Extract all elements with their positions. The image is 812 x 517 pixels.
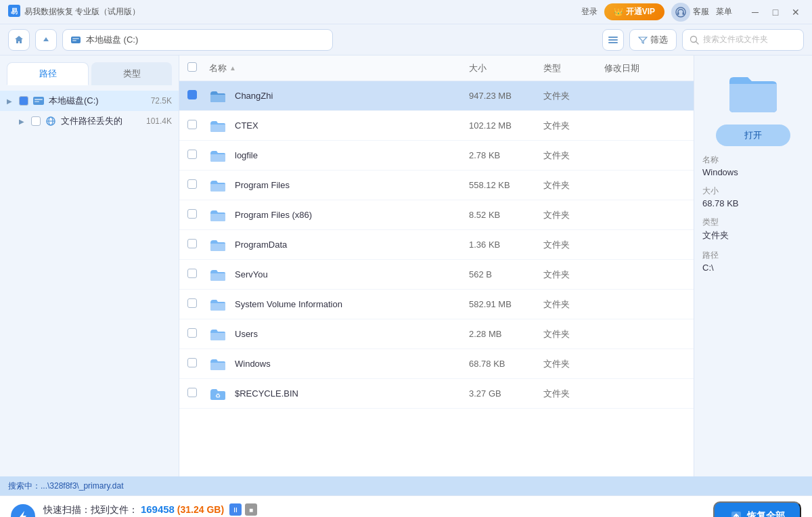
scan-found-label: 快速扫描：找到文件：	[43, 504, 138, 515]
svg-rect-6	[72, 38, 79, 39]
file-type-1: 文件夹	[543, 120, 604, 132]
file-size-2: 2.78 KB	[469, 150, 543, 160]
table-row[interactable]: ChangZhi 947.23 MB 文件夹	[179, 81, 694, 111]
sidebar-item-lost-path[interactable]: ▶ 文件路径丢失的 101.4K	[0, 111, 179, 131]
svg-rect-7	[72, 40, 76, 41]
row-check-9[interactable]	[187, 358, 197, 367]
menu-label[interactable]: 菜单	[716, 6, 732, 18]
scan-count: 169458	[141, 503, 175, 515]
file-size-10: 3.27 GB	[469, 388, 543, 399]
col-size-label: 大小	[469, 63, 487, 73]
row-check-3[interactable]	[187, 179, 197, 189]
table-row[interactable]: logfile 2.78 KB 文件夹	[179, 141, 694, 171]
table-row[interactable]: Users 2.28 MB 文件夹	[179, 319, 694, 349]
info-size-label: 大小	[702, 185, 804, 197]
open-button[interactable]: 打开	[716, 125, 790, 146]
table-row[interactable]: CTEX 102.12 MB 文件夹	[179, 111, 694, 141]
status-text: 搜索中：...\328f8f3\_primary.dat	[8, 480, 124, 492]
up-button[interactable]	[35, 29, 57, 51]
svg-line-12	[696, 41, 699, 44]
table-row[interactable]: Windows 68.78 KB 文件夹	[179, 349, 694, 379]
folder-icon	[209, 208, 227, 223]
info-section-type: 类型 文件夹	[702, 217, 804, 242]
table-row[interactable]: System Volume Information 582.91 MB 文件夹	[179, 290, 694, 319]
scan-info: 快速扫描：找到文件： 169458 (31.24 GB) ⏸ ■ 查找已删除文件…	[43, 503, 705, 518]
col-name-label: 名称	[209, 62, 227, 74]
table-row[interactable]: ♻ $RECYCLE.BIN 3.27 GB 文件夹	[179, 379, 694, 409]
info-name-label: 名称	[702, 154, 804, 166]
disk-icon	[70, 34, 82, 46]
back-button[interactable]	[8, 29, 30, 51]
svg-point-2	[676, 7, 685, 17]
sort-name-icon[interactable]: ▲	[229, 64, 236, 72]
lost-check[interactable]	[31, 116, 41, 126]
window-controls: ─ □ ✕	[747, 4, 804, 20]
folder-icon	[209, 148, 227, 163]
recover-all-button[interactable]: 恢复全部	[713, 501, 801, 518]
pause-button[interactable]: ⏸	[229, 503, 242, 516]
svg-rect-10	[608, 42, 618, 43]
tree-arrow-disk: ▶	[7, 97, 15, 105]
toolbar: 本地磁盘 (C:) 筛选 搜索文件或文件夹	[0, 24, 812, 55]
maximize-button[interactable]: □	[767, 4, 784, 20]
folder-icon	[209, 238, 227, 252]
file-name-3: Program Files	[235, 180, 469, 190]
info-path-label: 路径	[702, 250, 804, 261]
login-button[interactable]: 登录	[581, 6, 597, 18]
col-date-label: 修改日期	[604, 63, 639, 73]
sidebar-item-local-disk[interactable]: ▶ 本地磁盘(C:) 72.5K	[0, 91, 179, 111]
toolbar-right: 筛选 搜索文件或文件夹	[602, 29, 804, 51]
row-check-2[interactable]	[187, 150, 197, 159]
disk-check[interactable]	[19, 96, 28, 106]
titlebar: 易 易我数据恢复 专业版（试用版） 登录 开通VIP 客服 菜单 ─ □ ✕	[0, 0, 812, 24]
main-content: 路径 类型 ▶ 本地磁盘(C:) 72.5K ▶	[0, 55, 812, 476]
row-check-6[interactable]	[187, 269, 197, 278]
folder-icon	[209, 178, 227, 193]
file-size-8: 2.28 MB	[469, 329, 543, 339]
ie-icon	[45, 116, 57, 127]
tab-type[interactable]: 类型	[91, 62, 172, 85]
row-check-0[interactable]	[187, 90, 197, 99]
row-check-7[interactable]	[187, 298, 197, 308]
stop-button[interactable]: ■	[245, 503, 257, 516]
tab-path[interactable]: 路径	[7, 62, 89, 85]
tree-arrow-lost: ▶	[19, 118, 27, 125]
file-name-6: ServYou	[235, 269, 469, 279]
info-path-value: C:\	[702, 263, 804, 273]
table-row[interactable]: ServYou 562 B 文件夹	[179, 260, 694, 290]
row-check-10[interactable]	[187, 388, 197, 397]
minimize-button[interactable]: ─	[747, 4, 763, 20]
row-check-8[interactable]	[187, 328, 197, 338]
scan-title-prefix: 快速扫描：找到文件： 169458 (31.24 GB)	[43, 503, 224, 516]
file-size-0: 947.23 MB	[469, 91, 543, 101]
scan-controls: ⏸ ■	[229, 503, 257, 516]
list-view-button[interactable]	[602, 29, 624, 51]
table-row[interactable]: ProgramData 1.36 KB 文件夹	[179, 230, 694, 260]
row-check-1[interactable]	[187, 120, 197, 129]
scan-size: (31.24 GB)	[177, 504, 224, 515]
file-type-9: 文件夹	[543, 358, 604, 370]
table-row[interactable]: Program Files (x86) 8.52 KB 文件夹	[179, 200, 694, 230]
file-type-3: 文件夹	[543, 179, 604, 192]
vip-button[interactable]: 开通VIP	[604, 3, 664, 20]
info-name-value: Windows	[702, 167, 804, 177]
scan-title-row: 快速扫描：找到文件： 169458 (31.24 GB) ⏸ ■	[43, 503, 705, 516]
app-icon: 易	[8, 5, 20, 19]
svg-rect-14	[35, 99, 43, 100]
close-button[interactable]: ✕	[788, 4, 804, 20]
breadcrumb-label: 本地磁盘 (C:)	[86, 34, 138, 46]
select-all-check[interactable]	[187, 62, 197, 72]
filter-button[interactable]: 筛选	[629, 29, 677, 51]
service-icon-btn[interactable]	[671, 3, 690, 22]
svg-rect-9	[608, 39, 618, 41]
row-check-5[interactable]	[187, 239, 197, 248]
file-size-4: 8.52 KB	[469, 210, 543, 220]
table-row[interactable]: Program Files 558.12 KB 文件夹	[179, 171, 694, 200]
search-box[interactable]: 搜索文件或文件夹	[682, 29, 804, 51]
file-size-3: 558.12 KB	[469, 180, 543, 190]
row-check-4[interactable]	[187, 209, 197, 219]
folder-icon	[209, 89, 227, 104]
svg-rect-15	[35, 102, 39, 103]
filter-label: 筛选	[650, 34, 668, 46]
statusbar: 搜索中：...\328f8f3\_primary.dat	[0, 476, 812, 495]
